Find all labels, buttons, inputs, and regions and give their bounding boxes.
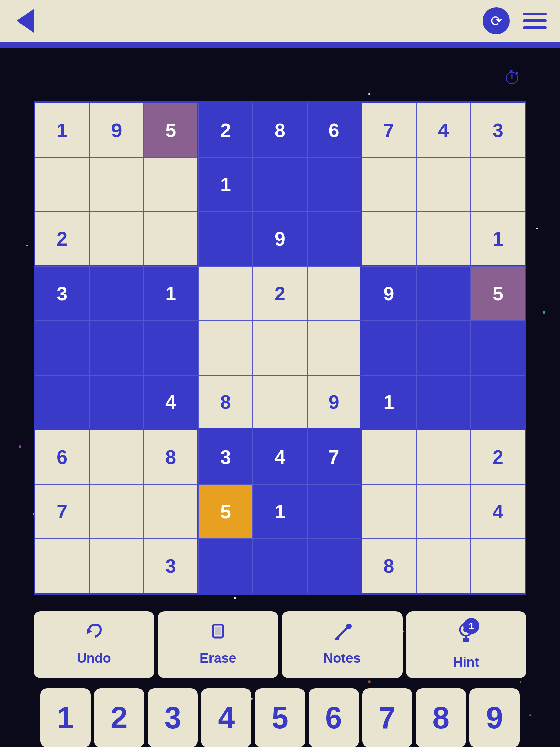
cell-r6-c3[interactable]: 3 [198, 430, 253, 484]
num-btn-6[interactable]: 6 [309, 688, 359, 747]
cell-r1-c3[interactable]: 1 [198, 157, 253, 212]
cell-r4-c8[interactable] [471, 321, 525, 375]
cell-r0-c7[interactable]: 4 [416, 103, 471, 157]
cell-r5-c4[interactable] [253, 375, 307, 430]
num-btn-5[interactable]: 5 [255, 688, 305, 747]
num-btn-4[interactable]: 4 [201, 688, 251, 747]
cell-r3-c2[interactable]: 1 [144, 266, 198, 321]
cell-r0-c1[interactable]: 9 [89, 103, 144, 157]
cell-r0-c8[interactable]: 3 [471, 103, 525, 157]
cell-r3-c8[interactable]: 5 [471, 266, 525, 321]
cell-r3-c7[interactable] [416, 266, 471, 321]
cell-r5-c3[interactable]: 8 [198, 375, 253, 430]
cell-r0-c2[interactable]: 5 [144, 103, 198, 157]
cell-r7-c7[interactable] [416, 484, 471, 539]
cell-r6-c0[interactable]: 6 [35, 430, 89, 484]
back-button[interactable] [14, 9, 37, 32]
cell-r1-c2[interactable] [144, 157, 198, 212]
cell-r7-c1[interactable] [89, 484, 144, 539]
cell-r1-c7[interactable] [416, 157, 471, 212]
cell-r6-c1[interactable] [89, 430, 144, 484]
cell-r4-c5[interactable] [307, 321, 362, 375]
cell-r7-c0[interactable]: 7 [35, 484, 89, 539]
hint-button[interactable]: 1 Hint [406, 611, 527, 678]
cell-r5-c6[interactable]: 1 [362, 375, 416, 430]
cell-r8-c5[interactable] [307, 539, 362, 593]
cell-r5-c8[interactable] [471, 375, 525, 430]
cell-r5-c7[interactable] [416, 375, 471, 430]
cell-r8-c6[interactable]: 8 [362, 539, 416, 593]
cell-r0-c4[interactable]: 8 [253, 103, 307, 157]
cell-r5-c5[interactable]: 9 [307, 375, 362, 430]
cell-r7-c6[interactable] [362, 484, 416, 539]
cell-r2-c5[interactable] [307, 212, 362, 266]
cell-r4-c4[interactable] [253, 321, 307, 375]
cell-r7-c3[interactable]: 5 [198, 484, 253, 539]
cell-r2-c1[interactable] [89, 212, 144, 266]
cell-r1-c1[interactable] [89, 157, 144, 212]
cell-r3-c3[interactable] [198, 266, 253, 321]
num-btn-7[interactable]: 7 [362, 688, 412, 747]
cell-r1-c8[interactable] [471, 157, 525, 212]
cell-r7-c4[interactable]: 1 [253, 484, 307, 539]
num-btn-9[interactable]: 9 [469, 688, 520, 747]
cell-r1-c5[interactable] [307, 157, 362, 212]
cell-r0-c5[interactable]: 6 [307, 103, 362, 157]
cell-r8-c8[interactable] [471, 539, 525, 593]
cell-r6-c6[interactable] [362, 430, 416, 484]
cell-r4-c7[interactable] [416, 321, 471, 375]
refresh-button[interactable]: ⟳ [483, 7, 510, 34]
num-btn-2[interactable]: 2 [94, 688, 144, 747]
cell-r6-c4[interactable]: 4 [253, 430, 307, 484]
cell-r0-c3[interactable]: 2 [198, 103, 253, 157]
cell-r3-c6[interactable]: 9 [362, 266, 416, 321]
cell-r4-c2[interactable] [144, 321, 198, 375]
cell-r2-c7[interactable] [416, 212, 471, 266]
cell-r8-c7[interactable] [416, 539, 471, 593]
menu-button[interactable] [523, 13, 546, 29]
cell-r8-c4[interactable] [253, 539, 307, 593]
cell-r1-c0[interactable] [35, 157, 89, 212]
cell-r8-c3[interactable] [198, 539, 253, 593]
cell-r7-c2[interactable] [144, 484, 198, 539]
num-btn-3[interactable]: 3 [148, 688, 198, 747]
cell-r8-c2[interactable]: 3 [144, 539, 198, 593]
cell-r4-c1[interactable] [89, 321, 144, 375]
undo-button[interactable]: Undo [33, 611, 155, 678]
cell-r5-c2[interactable]: 4 [144, 375, 198, 430]
cell-r0-c6[interactable]: 7 [362, 103, 416, 157]
cell-r2-c3[interactable] [198, 212, 253, 266]
cell-r2-c0[interactable]: 2 [35, 212, 89, 266]
num-btn-8[interactable]: 8 [416, 688, 466, 747]
notes-button[interactable]: Notes [282, 611, 403, 678]
cell-r4-c0[interactable] [35, 321, 89, 375]
cell-r6-c7[interactable] [416, 430, 471, 484]
cell-r0-c0[interactable]: 1 [35, 103, 89, 157]
cell-r3-c1[interactable] [89, 266, 144, 321]
cell-r1-c4[interactable] [253, 157, 307, 212]
cell-r2-c4[interactable]: 9 [253, 212, 307, 266]
erase-button[interactable]: Erase [158, 611, 279, 678]
cell-r3-c5[interactable] [307, 266, 362, 321]
cell-r6-c2[interactable]: 8 [144, 430, 198, 484]
cell-r3-c0[interactable]: 3 [35, 266, 89, 321]
cell-r7-c8[interactable]: 4 [471, 484, 525, 539]
cell-r5-c1[interactable] [89, 375, 144, 430]
cell-r5-c0[interactable] [35, 375, 89, 430]
cell-r4-c6[interactable] [362, 321, 416, 375]
svg-rect-2 [215, 627, 221, 635]
cell-r4-c3[interactable] [198, 321, 253, 375]
num-btn-1[interactable]: 1 [40, 688, 91, 747]
cell-r2-c8[interactable]: 1 [471, 212, 525, 266]
cell-r1-c6[interactable] [362, 157, 416, 212]
cell-r7-c5[interactable] [307, 484, 362, 539]
cell-r2-c2[interactable] [144, 212, 198, 266]
refresh-icon: ⟳ [483, 7, 510, 34]
cell-r8-c0[interactable] [35, 539, 89, 593]
cell-r3-c4[interactable]: 2 [253, 266, 307, 321]
cell-r8-c1[interactable] [89, 539, 144, 593]
cell-r6-c5[interactable]: 7 [307, 430, 362, 484]
menu-icon [523, 13, 546, 29]
cell-r6-c8[interactable]: 2 [471, 430, 525, 484]
cell-r2-c6[interactable] [362, 212, 416, 266]
